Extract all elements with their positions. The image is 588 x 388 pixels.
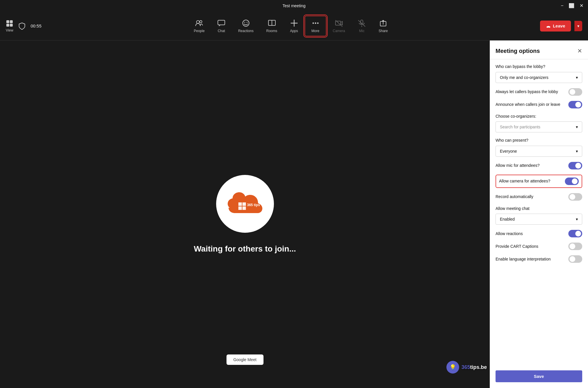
allow-chat-dropdown[interactable]: Enabled ▾ [496, 214, 582, 225]
reactions-button[interactable]: Reactions [232, 16, 260, 36]
rooms-button[interactable]: Rooms [260, 16, 284, 36]
co-organizers-dropdown[interactable]: Search for participants ▾ [496, 121, 582, 132]
language-interp-toggle[interactable] [568, 255, 582, 263]
svg-rect-25 [238, 206, 242, 210]
chat-icon [217, 19, 225, 27]
announce-toggle[interactable] [568, 101, 582, 108]
lobby-chevron-icon: ▾ [576, 75, 578, 80]
allow-reactions-toggle[interactable] [568, 230, 582, 237]
chat-button[interactable]: Chat [211, 16, 232, 36]
svg-rect-0 [6, 20, 9, 23]
allow-mic-label: Allow mic for attendees? [496, 163, 568, 169]
allow-reactions-label: Allow reactions [496, 231, 568, 237]
camera-label: Camera [333, 29, 345, 33]
lobby-value: Only me and co-organizers [500, 75, 548, 80]
record-auto-thumb [570, 194, 575, 200]
record-auto-toggle[interactable] [568, 193, 582, 201]
watermark: 💡 365tips.be [446, 361, 487, 374]
reactions-label: Reactions [238, 29, 253, 33]
mic-label: Mic [359, 29, 365, 33]
co-organizers-option: Choose co-organizers: Search for partici… [496, 114, 582, 133]
shield-icon [18, 22, 26, 30]
callers-bypass-toggle[interactable] [568, 88, 582, 96]
camera-icon [335, 19, 343, 27]
svg-point-9 [246, 22, 247, 23]
more-icon [311, 19, 320, 27]
who-present-chevron-icon: ▾ [576, 149, 578, 154]
toolbar-center: People Chat Reactions [42, 16, 540, 36]
share-icon [379, 19, 387, 27]
allow-mic-thumb [575, 163, 581, 169]
people-label: People [194, 29, 205, 33]
announce-option: Announce when callers join or leave [496, 101, 582, 108]
call-timer: 00:55 [31, 23, 42, 28]
svg-rect-6 [218, 20, 225, 25]
rooms-icon [268, 19, 276, 27]
leave-chevron-button[interactable]: ▾ [574, 21, 582, 31]
camera-button[interactable]: Camera [327, 16, 352, 36]
apps-icon [290, 19, 298, 27]
share-button[interactable]: Share [372, 16, 394, 36]
allow-chat-value: Enabled [500, 217, 515, 221]
allow-chat-option: Allow meeting chat Enabled ▾ [496, 206, 582, 225]
people-button[interactable]: People [188, 16, 211, 36]
mic-icon [358, 19, 366, 27]
apps-label: Apps [290, 29, 298, 33]
people-icon [195, 19, 203, 27]
toolbar: View 00:55 People Chat [0, 12, 588, 40]
options-title: Meeting options [496, 48, 540, 54]
google-meet-button[interactable]: Google Meet [226, 354, 263, 365]
language-interp-label: Enable language interpretation [496, 256, 568, 262]
rooms-label: Rooms [266, 29, 277, 33]
apps-button[interactable]: Apps [284, 16, 305, 36]
co-organizers-placeholder: Search for participants [500, 125, 540, 129]
cart-captions-option: Provide CART Captions [496, 243, 582, 250]
svg-point-7 [243, 20, 249, 26]
meeting-options-panel: Meeting options ✕ Who can bypass the lob… [490, 40, 588, 388]
toolbar-left: View 00:55 [6, 20, 42, 32]
allow-mic-option: Allow mic for attendees? [496, 162, 582, 169]
phone-icon [546, 23, 551, 29]
svg-rect-3 [10, 24, 13, 27]
allow-chat-chevron-icon: ▾ [576, 217, 578, 221]
video-area: 365 tips Waiting for others to join... G… [0, 40, 490, 388]
main-content: 365 tips Waiting for others to join... G… [0, 40, 588, 388]
titlebar-controls: − ⬜ ✕ [561, 3, 583, 8]
cart-captions-toggle[interactable] [568, 243, 582, 250]
callers-bypass-thumb [570, 89, 575, 95]
options-body: Who can bypass the lobby? Only me and co… [490, 59, 588, 368]
svg-point-14 [312, 22, 314, 24]
svg-rect-2 [6, 24, 9, 27]
announce-thumb [575, 102, 581, 108]
view-button[interactable]: View [6, 20, 13, 32]
lobby-dropdown[interactable]: Only me and co-organizers ▾ [496, 72, 582, 83]
more-button[interactable]: More [305, 16, 327, 36]
titlebar-title: Test meeting [283, 3, 305, 8]
save-button[interactable]: Save [496, 370, 582, 382]
who-present-dropdown[interactable]: Everyone ▾ [496, 146, 582, 157]
minimize-button[interactable]: − [561, 3, 563, 8]
close-window-button[interactable]: ✕ [580, 3, 583, 8]
announce-label: Announce when callers join or leave [496, 102, 568, 108]
view-label: View [6, 28, 13, 32]
svg-rect-23 [238, 202, 242, 206]
close-options-button[interactable]: ✕ [577, 47, 582, 54]
lobby-label: Who can bypass the lobby? [496, 64, 582, 70]
mic-button[interactable]: Mic [351, 16, 372, 36]
share-label: Share [379, 29, 388, 33]
allow-reactions-option: Allow reactions [496, 230, 582, 237]
svg-rect-24 [242, 202, 246, 206]
who-present-label: Who can present? [496, 138, 582, 143]
toolbar-right: Leave ▾ [540, 21, 582, 32]
callers-bypass-option: Always let callers bypass the lobby [496, 88, 582, 96]
language-interp-option: Enable language interpretation [496, 255, 582, 263]
leave-button[interactable]: Leave [540, 21, 571, 32]
callers-bypass-label: Always let callers bypass the lobby [496, 89, 568, 95]
who-present-option: Who can present? Everyone ▾ [496, 138, 582, 157]
allow-mic-toggle[interactable] [568, 162, 582, 169]
watermark-icon: 💡 [446, 361, 459, 374]
svg-point-16 [317, 22, 318, 24]
svg-rect-26 [242, 206, 246, 210]
restore-button[interactable]: ⬜ [569, 3, 574, 8]
allow-camera-toggle[interactable] [565, 178, 579, 185]
